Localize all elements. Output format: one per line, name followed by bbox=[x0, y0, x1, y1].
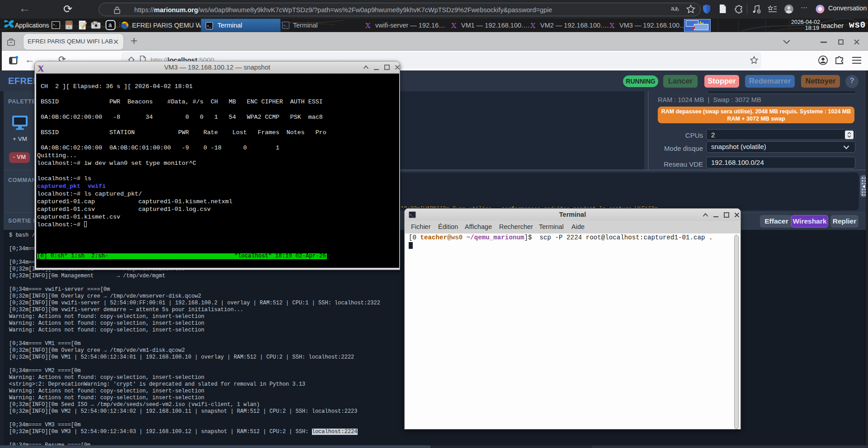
svg-text:X: X bbox=[610, 23, 614, 28]
svg-text:X: X bbox=[366, 23, 370, 28]
svg-text:>_: >_ bbox=[207, 24, 212, 28]
svg-text:á: á bbox=[108, 22, 112, 28]
svg-text:>_: >_ bbox=[283, 23, 288, 28]
svg-text:X: X bbox=[452, 23, 456, 28]
svg-text:>_: >_ bbox=[53, 23, 57, 27]
svg-text:X: X bbox=[531, 23, 535, 28]
